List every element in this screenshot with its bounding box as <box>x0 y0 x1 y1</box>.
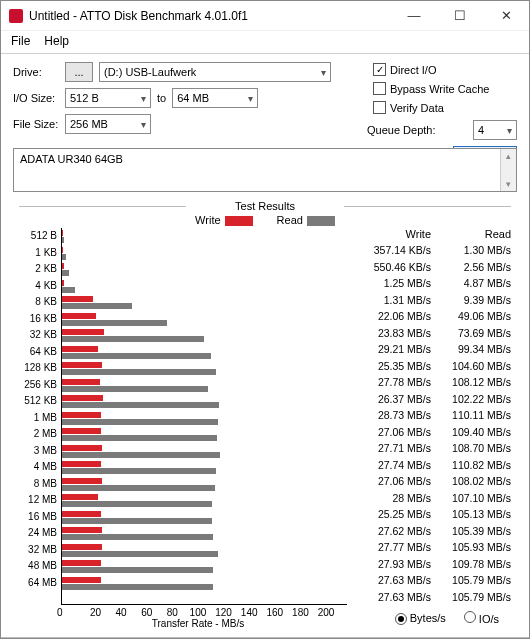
cell-read: 110.82 MB/s <box>431 459 511 471</box>
chevron-down-icon: ▾ <box>248 93 253 104</box>
table-row: 27.62 MB/s105.39 MB/s <box>351 523 511 540</box>
cell-write: 357.14 KB/s <box>351 244 431 256</box>
bar-write <box>62 527 102 533</box>
table-row: 357.14 KB/s1.30 MB/s <box>351 242 511 259</box>
cell-read: 108.02 MB/s <box>431 475 511 487</box>
x-tick: 100 <box>185 607 211 618</box>
y-tick: 8 MB <box>19 476 57 493</box>
cell-write: 1.31 MB/s <box>351 294 431 306</box>
bar-read <box>62 254 66 260</box>
titlebar: Untitled - ATTO Disk Benchmark 4.01.0f1 … <box>1 1 529 31</box>
y-tick: 48 MB <box>19 558 57 575</box>
bar-write <box>62 379 100 385</box>
scrollbar[interactable]: ▴▾ <box>500 149 516 191</box>
cell-read: 105.79 MB/s <box>431 591 511 603</box>
cell-read: 4.87 MB/s <box>431 277 511 289</box>
table-row: 27.93 MB/s109.78 MB/s <box>351 556 511 573</box>
bar-read <box>62 518 212 524</box>
bar-row <box>62 344 347 361</box>
iosize-from-select[interactable]: 512 B ▾ <box>65 88 151 108</box>
queue-select[interactable]: 4 ▾ <box>473 120 517 140</box>
y-tick: 4 KB <box>19 278 57 295</box>
menu-file[interactable]: File <box>11 34 30 48</box>
iosize-to-select[interactable]: 64 MB ▾ <box>172 88 258 108</box>
bar-row <box>62 245 347 262</box>
cell-read: 1.30 MB/s <box>431 244 511 256</box>
bar-write <box>62 445 102 451</box>
chart-x-label: Transfer Rate - MB/s <box>57 618 339 629</box>
radio-io[interactable]: IO/s <box>464 611 499 625</box>
x-tick: 200 <box>313 607 339 618</box>
cell-read: 107.10 MB/s <box>431 492 511 504</box>
bar-read <box>62 287 75 293</box>
app-icon <box>9 9 23 23</box>
drive-browse-button[interactable]: ... <box>65 62 93 82</box>
radio-bytes[interactable]: Bytes/s <box>395 612 446 625</box>
legend-write: Write <box>195 214 252 226</box>
bar-row <box>62 575 347 592</box>
cell-write: 25.25 MB/s <box>351 508 431 520</box>
y-tick: 64 MB <box>19 575 57 592</box>
chevron-down-icon: ▾ <box>321 67 326 78</box>
bar-read <box>62 452 220 458</box>
filesize-label: File Size: <box>13 118 65 130</box>
bypass-checkbox[interactable]: Bypass Write Cache <box>373 82 517 95</box>
cell-write: 27.06 MB/s <box>351 426 431 438</box>
results-title: Test Results <box>19 200 511 212</box>
chart-y-labels: 512 B1 KB2 KB4 KB8 KB16 KB32 KB64 KB128 … <box>19 228 57 605</box>
cell-read: 2.56 MB/s <box>431 261 511 273</box>
bar-row <box>62 525 347 542</box>
scroll-down-icon[interactable]: ▾ <box>506 179 511 189</box>
menu-help[interactable]: Help <box>44 34 69 48</box>
bar-read <box>62 353 211 359</box>
cell-write: 28 MB/s <box>351 492 431 504</box>
bar-read <box>62 303 132 309</box>
filesize-select[interactable]: 256 MB ▾ <box>65 114 151 134</box>
y-tick: 512 KB <box>19 393 57 410</box>
minimize-button[interactable]: — <box>391 1 437 31</box>
table-row: 27.06 MB/s108.02 MB/s <box>351 473 511 490</box>
bar-read <box>62 270 69 276</box>
scroll-up-icon[interactable]: ▴ <box>506 151 511 161</box>
bar-row <box>62 360 347 377</box>
cell-write: 27.78 MB/s <box>351 376 431 388</box>
table-row: 550.46 KB/s2.56 MB/s <box>351 259 511 276</box>
bar-read <box>62 237 64 243</box>
bar-read <box>62 551 218 557</box>
table-row: 27.06 MB/s109.40 MB/s <box>351 424 511 441</box>
col-write: Write <box>351 228 431 240</box>
y-tick: 64 KB <box>19 344 57 361</box>
y-tick: 12 MB <box>19 492 57 509</box>
cell-write: 26.37 MB/s <box>351 393 431 405</box>
bar-write <box>62 494 98 500</box>
close-button[interactable]: ✕ <box>483 1 529 31</box>
iosize-label: I/O Size: <box>13 92 65 104</box>
bar-write <box>62 329 104 335</box>
cell-read: 102.22 MB/s <box>431 393 511 405</box>
drive-select[interactable]: (D:) USB-Laufwerk ▾ <box>99 62 331 82</box>
cell-read: 49.06 MB/s <box>431 310 511 322</box>
bar-write <box>62 395 103 401</box>
y-tick: 128 KB <box>19 360 57 377</box>
bar-write <box>62 263 64 269</box>
bar-write <box>62 461 101 467</box>
bar-read <box>62 584 213 590</box>
bar-row <box>62 410 347 427</box>
bar-write <box>62 247 63 253</box>
table-row: 27.78 MB/s108.12 MB/s <box>351 374 511 391</box>
bar-row <box>62 542 347 559</box>
bar-write <box>62 412 101 418</box>
cell-write: 28.73 MB/s <box>351 409 431 421</box>
device-list[interactable]: ADATA UR340 64GB ▴▾ <box>13 148 517 192</box>
y-tick: 24 MB <box>19 525 57 542</box>
verify-checkbox[interactable]: Verify Data <box>373 101 517 114</box>
drive-value: (D:) USB-Laufwerk <box>104 66 196 78</box>
bar-row <box>62 558 347 575</box>
direct-io-checkbox[interactable]: ✓Direct I/O <box>373 63 517 76</box>
bar-read <box>62 402 219 408</box>
y-tick: 2 KB <box>19 261 57 278</box>
maximize-button[interactable]: ☐ <box>437 1 483 31</box>
bar-read <box>62 501 212 507</box>
y-tick: 32 KB <box>19 327 57 344</box>
x-tick: 40 <box>108 607 134 618</box>
